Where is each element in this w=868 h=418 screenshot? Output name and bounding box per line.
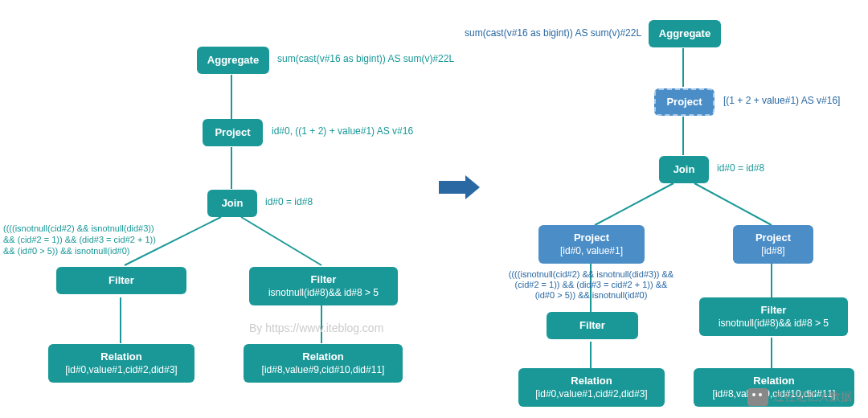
- node-label: Aggregate: [207, 54, 259, 68]
- node-label: Filter: [311, 273, 337, 287]
- node-label: Relation: [100, 350, 141, 364]
- node-sub: [id#0, value#1]: [560, 245, 623, 258]
- footer-text: 过往记忆大数据: [773, 390, 852, 404]
- join-annot-left: id#0 = id#8: [265, 196, 313, 207]
- aggregate-node-right: Aggregate: [649, 20, 721, 47]
- join-node-left: Join: [207, 190, 257, 217]
- node-sub: [id#0,value#1,cid#2,did#3]: [535, 388, 647, 401]
- project-node-right: Project: [654, 88, 714, 116]
- node-label: Relation: [753, 375, 794, 388]
- relation-node-left-r: Relation [id#8,value#9,cid#10,did#11]: [244, 344, 403, 383]
- svg-line-3: [241, 217, 321, 265]
- node-label: Project: [215, 126, 250, 140]
- filter-node-left-r: Filter isnotnull(id#8)&& id#8 > 5: [249, 267, 398, 305]
- aggregate-node-left: Aggregate: [197, 47, 269, 74]
- node-sub: isnotnull(id#8)&& id#8 > 5: [268, 287, 379, 300]
- watermark-text: By https://www.iteblog.com: [249, 322, 383, 334]
- node-sub: isnotnull(id#8)&& id#8 > 5: [719, 318, 829, 330]
- svg-line-9: [694, 183, 772, 225]
- node-sub: [id#8]: [761, 245, 784, 258]
- filter-node-right-l: Filter: [547, 312, 638, 339]
- node-label: Relation: [302, 350, 343, 364]
- project-node-left: Project: [203, 119, 263, 146]
- node-label: Project: [755, 232, 791, 245]
- svg-line-8: [595, 183, 674, 225]
- join-node-right: Join: [659, 156, 709, 183]
- aggregate-annot-left: sum(cast(v#16 as bigint)) AS sum(v)#22L: [277, 53, 454, 64]
- project-node-right-l: Project [id#0, value#1]: [538, 225, 645, 264]
- node-sub: [id#8,value#9,cid#10,did#11]: [262, 364, 385, 377]
- node-label: Aggregate: [659, 27, 710, 41]
- node-label: Filter: [579, 319, 605, 333]
- join-annot-right: id#0 = id#8: [717, 162, 764, 174]
- node-label: Filter: [761, 304, 787, 318]
- node-label: Join: [222, 197, 244, 211]
- filter-annot-left-l: ((((isnotnull(cid#2) && isnotnull(did#3)…: [3, 223, 156, 256]
- node-label: Project: [574, 232, 609, 245]
- aggregate-annot-right: sum(cast(v#16 as bigint)) AS sum(v)#22L: [465, 27, 641, 39]
- project-node-right-r: Project [id#8]: [733, 225, 813, 264]
- filter-annot-right-l: ((((isnotnull(cid#2) && isnotnull(did#3)…: [497, 269, 686, 301]
- wechat-icon: [747, 388, 768, 406]
- relation-node-left-l: Relation [id#0,value#1,cid#2,did#3]: [48, 344, 194, 383]
- footer: 过往记忆大数据: [747, 388, 852, 406]
- arrow-icon: [439, 175, 479, 199]
- filter-node-right-r: Filter isnotnull(id#8)&& id#8 > 5: [699, 297, 848, 336]
- relation-node-right-l: Relation [id#0,value#1,cid#2,did#3]: [518, 368, 665, 407]
- node-label: Project: [666, 96, 702, 109]
- filter-node-left-l: Filter: [56, 267, 186, 294]
- node-label: Join: [674, 163, 695, 177]
- node-sub: [id#0,value#1,cid#2,did#3]: [65, 364, 177, 377]
- node-label: Filter: [108, 274, 134, 288]
- node-label: Relation: [571, 375, 612, 388]
- project-annot-left: id#0, ((1 + 2) + value#1) AS v#16: [272, 125, 413, 137]
- project-annot-right: [(1 + 2 + value#1) AS v#16]: [723, 95, 840, 106]
